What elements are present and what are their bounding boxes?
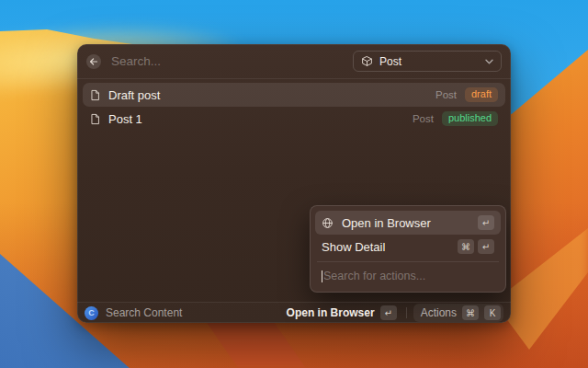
actions-panel: Open in Browser ↵ Show Detail ⌘ ↵	[310, 205, 506, 293]
arrow-left-icon	[89, 57, 98, 66]
globe-icon	[322, 217, 334, 229]
search-input[interactable]	[111, 54, 353, 68]
launcher-window: Post Draft post Post draft	[77, 44, 511, 323]
actions-menu-button[interactable]: Actions ⌘ K	[413, 304, 503, 322]
document-icon	[90, 113, 100, 125]
action-label: Show Detail	[322, 240, 385, 254]
box-icon	[361, 55, 373, 67]
list-item-title: Draft post	[108, 88, 160, 102]
action-search-row	[315, 265, 501, 287]
content-type-dropdown[interactable]: Post	[353, 51, 502, 72]
footer-bar: C Search Content Open in Browser ↵ Actio…	[77, 302, 511, 323]
list-item-type: Post	[413, 113, 434, 124]
result-list: Draft post Post draft Post 1 Post publis…	[77, 79, 511, 134]
action-search-input[interactable]	[323, 270, 494, 282]
search-header: Post	[77, 44, 511, 79]
text-cursor	[322, 270, 322, 282]
command-key-badge: ⌘	[458, 239, 474, 254]
list-item-title: Post 1	[108, 112, 142, 126]
action-shortcut: ↵	[478, 215, 494, 230]
list-item-meta: Post draft	[435, 87, 498, 102]
return-key-badge: ↵	[478, 215, 494, 230]
return-key-badge: ↵	[380, 305, 397, 320]
action-open-in-browser[interactable]: Open in Browser ↵	[315, 211, 501, 235]
action-shortcut: ⌘ ↵	[458, 239, 494, 254]
primary-action-button[interactable]: Open in Browser ↵	[284, 304, 400, 322]
action-show-detail[interactable]: Show Detail ⌘ ↵	[315, 235, 501, 259]
back-button[interactable]	[86, 54, 101, 69]
command-name: Search Content	[106, 306, 182, 319]
list-item-post-1[interactable]: Post 1 Post published	[83, 107, 505, 131]
primary-action-label: Open in Browser	[287, 306, 375, 319]
actions-label: Actions	[421, 306, 457, 319]
panel-divider	[317, 261, 499, 262]
status-badge-draft: draft	[465, 87, 498, 102]
list-item-meta: Post published	[413, 111, 498, 126]
return-key-badge: ↵	[478, 239, 494, 254]
list-item-type: Post	[435, 89, 457, 100]
action-label: Open in Browser	[342, 216, 431, 230]
list-item-draft-post[interactable]: Draft post Post draft	[83, 83, 505, 107]
footer-right-group: Open in Browser ↵ Actions ⌘ K	[284, 304, 503, 322]
dropdown-selected-value: Post	[379, 55, 401, 68]
document-icon	[90, 89, 100, 101]
footer-divider	[406, 307, 407, 318]
k-key-badge: K	[484, 305, 501, 320]
status-badge-published: published	[442, 111, 498, 126]
command-key-badge: ⌘	[462, 305, 479, 320]
extension-logo-icon: C	[85, 306, 98, 320]
chevron-down-icon	[485, 59, 493, 64]
desktop: Post Draft post Post draft	[0, 0, 588, 368]
